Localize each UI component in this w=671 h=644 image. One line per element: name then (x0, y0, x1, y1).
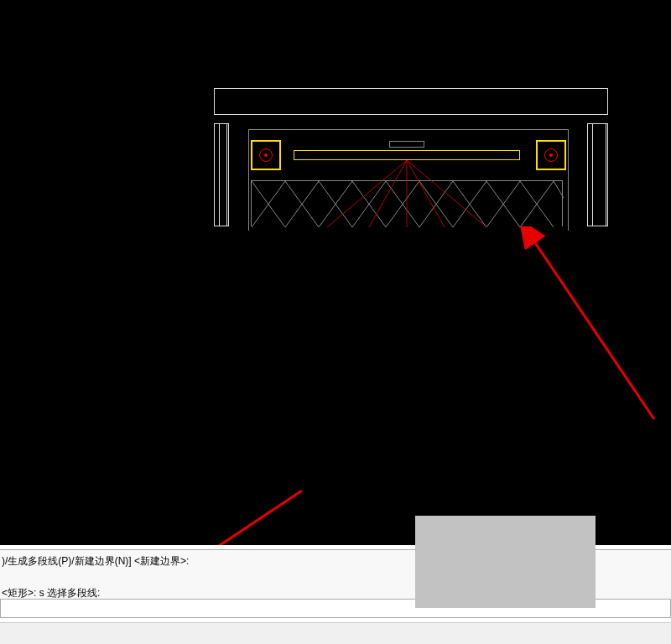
inner-truss-frame (251, 180, 563, 226)
command-history-line: <矩形>: s 选择多段线: (2, 587, 100, 599)
svg-line-18 (554, 181, 564, 198)
left-column (214, 123, 229, 226)
svg-line-25 (533, 239, 654, 419)
truss-pattern (252, 181, 564, 227)
overlay-box (415, 516, 596, 608)
cad-drawing-viewport[interactable] (0, 0, 671, 545)
drawing-content (214, 88, 608, 226)
fixture-lamp-icon (259, 148, 273, 162)
center-beam (294, 150, 520, 160)
right-column (587, 123, 608, 226)
annotation-arrow-top (520, 226, 671, 436)
light-fixture-left (251, 140, 281, 170)
beam-element (214, 88, 608, 115)
status-bar (0, 622, 671, 644)
fixture-lamp-icon (544, 148, 558, 162)
light-fixture-right (536, 140, 566, 170)
command-history-line: )/生成多段线(P)/新建边界(N)] <新建边界>: (2, 555, 189, 567)
